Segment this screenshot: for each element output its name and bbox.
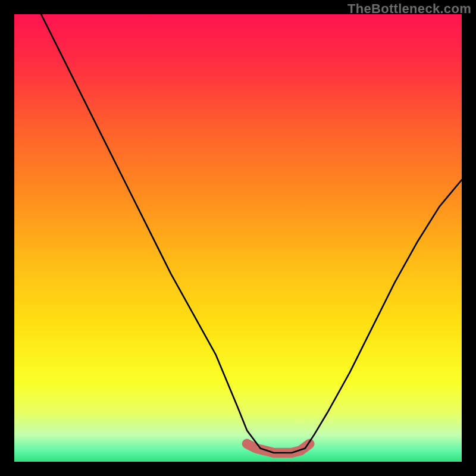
plot-area [14,14,462,462]
curve-layer [14,14,462,462]
bottleneck-curve [41,14,462,453]
chart-frame: TheBottleneck.com [0,0,476,476]
optimal-band [247,444,309,453]
